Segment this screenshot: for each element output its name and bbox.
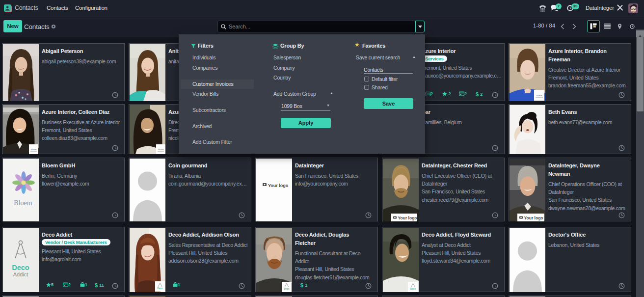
svg-text:Deco: Deco: [410, 288, 416, 290]
svg-text:azure: azure: [158, 148, 164, 151]
svg-text:Deco: Deco: [284, 288, 289, 290]
svg-text:azure: azure: [537, 94, 542, 97]
svg-text:Addict: Addict: [13, 271, 28, 277]
svg-text:Your logo: Your logo: [524, 216, 543, 220]
svg-text:Your logo: Your logo: [268, 183, 289, 188]
svg-text:Deco: Deco: [12, 264, 29, 271]
svg-text:azure: azure: [31, 148, 37, 151]
svg-text:Your logo: Your logo: [398, 216, 417, 220]
svg-text:Bloem: Bloem: [14, 199, 32, 207]
svg-text:Deco: Deco: [157, 287, 162, 290]
